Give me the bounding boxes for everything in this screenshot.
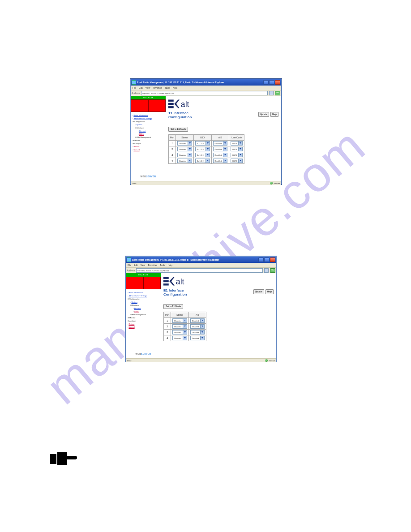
status-select[interactable]: Disabled <box>172 330 187 335</box>
menu-view[interactable]: View <box>141 264 146 266</box>
ais-select[interactable]: Disabled <box>213 147 228 151</box>
nav-t1e1[interactable]: T1/E1 <box>139 133 144 135</box>
ie-icon <box>127 257 131 262</box>
ais-select[interactable]: Disabled <box>213 141 228 146</box>
nav-manual[interactable]: Manual <box>133 149 139 151</box>
svg-text:alt: alt <box>181 100 189 109</box>
address-dropdown[interactable] <box>269 91 274 95</box>
linecode-select[interactable]: B8ZS <box>231 141 243 146</box>
linecode-select[interactable]: B8ZS <box>231 159 243 163</box>
table-header-row: Port Status AIS <box>164 312 206 318</box>
svg-rect-2 <box>168 106 174 108</box>
menu-favorites[interactable]: Favorites <box>153 86 162 89</box>
alarm-local[interactable] <box>131 99 148 112</box>
menu-edit[interactable]: Edit <box>134 264 138 266</box>
menu-tools[interactable]: Tools <box>165 86 170 89</box>
status-select[interactable]: Disabled <box>172 324 187 329</box>
alarm-panel <box>131 99 166 112</box>
menu-file[interactable]: File <box>128 264 131 266</box>
nav-t1e1[interactable]: T1/E1 <box>134 310 139 313</box>
menu-edit[interactable]: Edit <box>139 86 143 89</box>
lbo-select[interactable]: 0 - 133 ft <box>195 147 210 151</box>
nav-reboot[interactable]: Reboot <box>133 146 139 148</box>
minimize-button[interactable] <box>258 257 264 262</box>
table-header-row: Port Status LBO AIS Line Code <box>169 135 244 141</box>
nav-ethernet[interactable]: Ethernet <box>139 130 146 132</box>
ais-select[interactable]: Disabled <box>213 153 228 157</box>
help-button[interactable]: Help <box>270 112 278 117</box>
status-select[interactable]: Disabled <box>177 153 192 157</box>
chevron-down-icon <box>188 153 192 157</box>
close-button[interactable] <box>275 80 280 85</box>
nav-radio-info[interactable]: Radio Information <box>128 292 143 294</box>
status-bar: Done Internet <box>126 358 276 362</box>
nav-system[interactable]: System <box>131 301 137 303</box>
nav-admin[interactable]: Administration Settings <box>128 295 147 297</box>
nav-interface[interactable]: Interface <box>137 127 144 129</box>
set-mode-button[interactable]: Set to T1 Mode <box>163 304 183 309</box>
nav-ethernet[interactable]: Ethernet <box>134 307 141 309</box>
menu-file[interactable]: File <box>133 86 136 89</box>
menu-favorites[interactable]: Favorites <box>148 264 157 266</box>
nav-reboot[interactable]: Reboot <box>128 323 134 325</box>
table-row: 1 Disabled Disabled <box>164 318 206 324</box>
nav-tree: ▫Radio Information ▫Administration Setti… <box>126 289 161 330</box>
chevron-down-icon <box>238 159 242 163</box>
status-select[interactable]: Disabled <box>177 141 192 146</box>
ais-select[interactable]: Disabled <box>190 318 205 323</box>
chevron-down-icon <box>200 330 204 334</box>
nav-filemgmt[interactable]: File Management <box>132 313 146 316</box>
menu-help[interactable]: Help <box>173 86 177 89</box>
linecode-select[interactable]: B8ZS <box>231 147 243 151</box>
brand-logo: alt <box>163 275 274 287</box>
alarm-remote[interactable] <box>143 277 161 289</box>
ais-select[interactable]: Disabled <box>190 330 205 335</box>
status-select[interactable]: Disabled <box>177 159 192 163</box>
nav-system[interactable]: System <box>136 124 142 126</box>
update-button[interactable]: Update <box>258 112 269 117</box>
address-input[interactable]: http://192.168.11.212/home.asp?4fc000 <box>136 268 263 273</box>
alarm-local[interactable] <box>126 277 143 289</box>
nav-analysis[interactable]: Analysis <box>134 142 141 145</box>
status-left: Done <box>132 182 137 184</box>
nav-admin[interactable]: Administration Settings <box>133 117 152 120</box>
nav-config[interactable]: Configuration <box>134 120 145 123</box>
menu-view[interactable]: View <box>146 86 150 89</box>
maximize-button[interactable] <box>269 80 274 85</box>
linecode-select[interactable]: B8ZS <box>231 153 243 157</box>
ais-select[interactable]: Disabled <box>213 159 228 163</box>
nav-monitor[interactable]: Monitor <box>134 139 140 142</box>
main-content: alt T1 Interface Configuration Update He… <box>166 96 281 181</box>
maximize-button[interactable] <box>264 257 270 262</box>
ais-select[interactable]: Disabled <box>190 324 205 329</box>
status-select[interactable]: Disabled <box>172 336 187 340</box>
lbo-select[interactable]: 0 - 133 ft <box>195 141 210 146</box>
nav-config[interactable]: Configuration <box>129 298 140 300</box>
nav-filemgmt[interactable]: File Management <box>137 136 151 138</box>
update-button[interactable]: Update <box>253 289 264 294</box>
link-status-bar: EX-2.4i Link <box>131 96 166 99</box>
set-mode-button[interactable]: Set to E1 Mode <box>168 127 188 132</box>
minimize-button[interactable] <box>263 80 269 85</box>
alarm-remote[interactable] <box>148 99 166 112</box>
close-button[interactable] <box>270 257 275 262</box>
address-dropdown[interactable] <box>264 268 269 273</box>
menu-tools[interactable]: Tools <box>160 264 165 266</box>
lbo-select[interactable]: 0 - 133 ft <box>195 159 210 163</box>
go-button[interactable]: Go <box>270 268 275 273</box>
chevron-down-icon <box>183 330 187 334</box>
help-button[interactable]: Help <box>265 289 274 294</box>
nav-radio-info[interactable]: Radio Information <box>133 114 148 116</box>
menu-help[interactable]: Help <box>168 264 172 266</box>
nav-analysis[interactable]: Analysis <box>129 320 136 322</box>
status-select[interactable]: Disabled <box>177 147 192 151</box>
nav-interface[interactable]: Interface <box>132 304 139 306</box>
nav-manual[interactable]: Manual <box>128 326 134 328</box>
nav-monitor[interactable]: Monitor <box>129 317 135 319</box>
lbo-select[interactable]: 0 - 133 ft <box>195 153 210 157</box>
go-button[interactable]: Go <box>275 91 280 95</box>
status-select[interactable]: Disabled <box>172 318 187 323</box>
ais-select[interactable]: Disabled <box>190 336 205 340</box>
address-input[interactable]: http://192.168.11.212/home.asp?4f1000 <box>141 91 268 95</box>
alarm-panel <box>126 277 161 289</box>
